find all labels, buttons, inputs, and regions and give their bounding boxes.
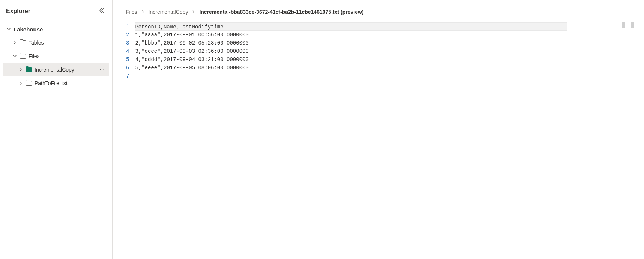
explorer-tree: Lakehouse Tables Files IncrementalCopy ⋯ xyxy=(3,22,109,90)
breadcrumb-incrementalcopy[interactable]: IncrementalCopy xyxy=(149,9,188,15)
chevron-double-left-icon xyxy=(99,7,105,13)
line-number: 2 xyxy=(126,31,129,39)
sidebar-header: Explorer xyxy=(3,4,109,21)
tree-item-tables[interactable]: Tables xyxy=(3,36,109,49)
code-line: PersonID,Name,LastModifytime xyxy=(135,22,567,31)
code-line: 4,"dddd",2017-09-04 03:21:00.0000000 xyxy=(135,55,635,64)
line-number: 7 xyxy=(126,72,129,80)
line-number: 5 xyxy=(126,55,129,64)
line-number-gutter: 1234567 xyxy=(126,22,135,80)
breadcrumb-current-file: Incremental-bba833ce-3672-41cf-ba2b-11cb… xyxy=(199,9,363,15)
folder-solid-icon xyxy=(26,67,32,72)
chevron-down-icon xyxy=(12,54,17,58)
explorer-sidebar: Explorer Lakehouse Tables Files xyxy=(0,0,113,259)
chevron-right-icon xyxy=(192,9,195,15)
tree-item-label: Tables xyxy=(29,40,106,46)
tree-root-label: Lakehouse xyxy=(14,26,106,33)
line-number: 4 xyxy=(126,47,129,55)
code-line: 5,"eeee",2017-09-05 08:06:00.0000000 xyxy=(135,64,635,72)
code-line: 3,"cccc",2017-09-03 02:36:00.0000000 xyxy=(135,47,635,55)
line-number: 1 xyxy=(126,22,129,31)
collapse-sidebar-button[interactable] xyxy=(97,6,106,16)
folder-icon xyxy=(20,40,26,45)
more-actions-button[interactable]: ⋯ xyxy=(98,67,106,73)
tree-item-label: Files xyxy=(29,53,106,59)
code-line xyxy=(135,72,635,80)
chevron-right-icon xyxy=(18,81,23,85)
minimap-icon xyxy=(620,22,635,28)
chevron-right-icon xyxy=(141,9,145,15)
folder-icon xyxy=(20,54,26,59)
code-line: 2,"bbbb",2017-09-02 05:23:00.0000000 xyxy=(135,39,635,47)
tree-item-label: IncrementalCopy xyxy=(35,67,96,73)
line-number: 3 xyxy=(126,39,129,47)
sidebar-title: Explorer xyxy=(6,8,30,15)
tree-item-incrementalcopy[interactable]: IncrementalCopy ⋯ xyxy=(3,63,109,76)
tree-item-label: PathToFileList xyxy=(35,80,106,86)
code-editor[interactable]: 1234567 PersonID,Name,LastModifytime1,"a… xyxy=(126,22,635,80)
chevron-right-icon xyxy=(12,40,17,45)
main-panel: Files IncrementalCopy Incremental-bba833… xyxy=(113,0,644,259)
chevron-down-icon xyxy=(6,27,11,31)
line-number: 6 xyxy=(126,64,129,72)
breadcrumb-files[interactable]: Files xyxy=(126,9,137,15)
tree-root-lakehouse[interactable]: Lakehouse xyxy=(3,22,109,36)
breadcrumb: Files IncrementalCopy Incremental-bba833… xyxy=(126,6,635,22)
tree-item-pathtofilelist[interactable]: PathToFileList xyxy=(3,76,109,90)
chevron-right-icon xyxy=(18,67,23,72)
code-content: PersonID,Name,LastModifytime1,"aaaa",201… xyxy=(135,22,635,80)
tree-item-files[interactable]: Files xyxy=(3,49,109,63)
code-line: 1,"aaaa",2017-09-01 00:56:00.0000000 xyxy=(135,31,635,39)
folder-icon xyxy=(26,81,32,86)
